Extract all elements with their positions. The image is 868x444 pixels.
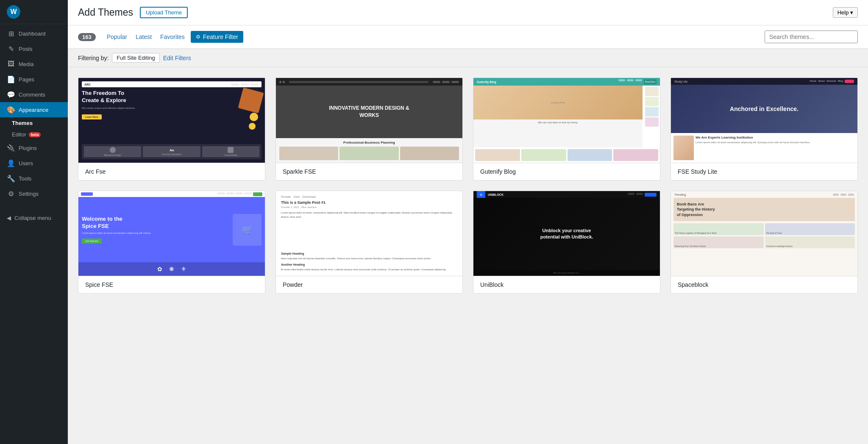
page-title: Add Themes [78, 7, 133, 18]
feature-filter-button[interactable]: ⚙ Feature Filter [191, 31, 243, 43]
theme-preview-sparkle-fse: INNOVATIVE MODERN DESIGN &WORKS Professi… [276, 78, 462, 163]
theme-name: FSE Study Lite [671, 163, 857, 180]
main-content: Add Themes Upload Theme Help ▾ 163 Popul… [68, 0, 868, 444]
editor-label: Editor [12, 131, 26, 138]
sidebar-item-media[interactable]: 🖼 Media [0, 56, 68, 72]
sidebar-nav: ⊞ Dashboard ✎ Posts 🖼 Media 📄 Pages 💬 Co… [0, 24, 68, 203]
spice-icon-3: ⚜ [181, 266, 186, 272]
theme-preview-fse-study-lite: Study Lite Home About Services Blog Anch… [671, 78, 857, 163]
theme-card-powder[interactable]: Female View Download This is a Sample Po… [275, 191, 463, 294]
dashboard-icon: ⊞ [7, 29, 15, 38]
sidebar-item-users[interactable]: 👤 Users [0, 155, 68, 171]
app-layout: W ⊞ Dashboard ✎ Posts 🖼 Media 📄 Pages 💬 [0, 0, 868, 444]
sidebar-item-posts[interactable]: ✎ Posts [0, 41, 68, 56]
sidebar-item-settings[interactable]: ⚙ Settings [0, 186, 68, 201]
sidebar-item-label: Dashboard [19, 31, 46, 37]
sidebar-item-label: Users [19, 160, 33, 166]
sidebar-item-label: Media [19, 61, 33, 67]
sidebar-sub-themes[interactable]: Themes [0, 117, 68, 129]
search-themes-container [765, 31, 858, 43]
gear-icon: ⚙ [196, 34, 200, 40]
sidebar-item-label: Comments [19, 92, 45, 98]
theme-name: Gutenify Blog [473, 163, 660, 180]
theme-preview-spaceblock: Trending Book Bans AreTargeting the Hist… [671, 191, 857, 276]
theme-card-arc-fse[interactable]: ARC The Freedom ToCreate & Explore We cr… [78, 78, 265, 180]
theme-preview-spice-fse: Welcome to theSpice FSE Lorem ipsum dolo… [78, 191, 265, 276]
theme-name: Spice FSE [78, 276, 265, 293]
sidebar-logo: W [0, 0, 68, 24]
theme-name: Powder [276, 276, 462, 293]
sidebar-item-pages[interactable]: 📄 Pages [0, 72, 68, 87]
sidebar-item-tools[interactable]: 🔧 Tools [0, 171, 68, 186]
pages-icon: 📄 [7, 75, 15, 83]
users-icon: 👤 [7, 159, 15, 167]
comments-icon: 💬 [7, 90, 15, 99]
filter-bar: 163 Popular Latest Favorites ⚙ Feature F… [68, 25, 868, 49]
collapse-menu[interactable]: ◀ Collapse menu [0, 211, 68, 225]
sidebar: W ⊞ Dashboard ✎ Posts 🖼 Media 📄 Pages 💬 [0, 0, 68, 444]
sidebar-item-label: Plugins [19, 145, 37, 151]
theme-preview-arc-fse: ARC The Freedom ToCreate & Explore We cr… [78, 78, 265, 163]
sidebar-item-label: Appearance [19, 107, 48, 113]
theme-name: Spaceblock [671, 276, 857, 293]
sidebar-item-label: Settings [19, 191, 39, 197]
theme-preview-powder: Female View Download This is a Sample Po… [276, 191, 462, 276]
appearance-icon: 🎨 [7, 105, 15, 114]
theme-count-badge: 163 [78, 33, 96, 41]
themes-label: Themes [12, 120, 33, 126]
spice-icon-2: ❋ [169, 266, 174, 272]
theme-preview-gutenify-blog: Gutenify Blog Read More [473, 78, 660, 163]
theme-card-fse-study-lite[interactable]: Study Lite Home About Services Blog Anch… [670, 78, 858, 180]
sidebar-item-appearance[interactable]: 🎨 Appearance [0, 102, 68, 117]
tools-icon: 🔧 [7, 174, 15, 183]
theme-card-spaceblock[interactable]: Trending Book Bans AreTargeting the Hist… [670, 191, 858, 294]
sidebar-sub-editor[interactable]: Editor beta [0, 129, 68, 140]
settings-icon: ⚙ [7, 189, 15, 198]
theme-card-gutenify-blog[interactable]: Gutenify Blog Read More [473, 78, 660, 180]
sidebar-item-label: Pages [19, 76, 34, 83]
filter-popular[interactable]: Popular [103, 31, 131, 43]
theme-preview-uniblock: U UNIBLOCK Unblock your creativep [473, 191, 660, 276]
filter-tag: Full Site Editing [112, 53, 159, 63]
sidebar-item-dashboard[interactable]: ⊞ Dashboard [0, 26, 68, 41]
media-icon: 🖼 [7, 60, 15, 68]
collapse-label: Collapse menu [14, 215, 51, 221]
collapse-icon: ◀ [7, 215, 11, 221]
theme-card-uniblock[interactable]: U UNIBLOCK Unblock your creativep [473, 191, 660, 294]
posts-icon: ✎ [7, 44, 15, 53]
filter-latest[interactable]: Latest [131, 31, 156, 43]
theme-card-sparkle-fse[interactable]: INNOVATIVE MODERN DESIGN &WORKS Professi… [275, 78, 463, 180]
search-themes-input[interactable] [765, 31, 858, 43]
page-header: Add Themes Upload Theme Help ▾ [68, 0, 868, 25]
sidebar-item-label: Tools [19, 175, 31, 182]
plugins-icon: 🔌 [7, 144, 15, 152]
beta-badge: beta [29, 132, 41, 137]
theme-name: Sparkle FSE [276, 163, 462, 180]
theme-name: UniBlock [473, 276, 660, 293]
sidebar-item-plugins[interactable]: 🔌 Plugins [0, 140, 68, 155]
upload-theme-button[interactable]: Upload Theme [140, 7, 188, 18]
sidebar-item-label: Posts [19, 46, 33, 52]
sidebar-item-comments[interactable]: 💬 Comments [0, 87, 68, 102]
edit-filters-link[interactable]: Edit Filters [163, 55, 191, 61]
theme-card-spice-fse[interactable]: Welcome to theSpice FSE Lorem ipsum dolo… [78, 191, 265, 294]
header-left: Add Themes Upload Theme [78, 7, 188, 18]
spice-icon-1: ✿ [157, 266, 162, 272]
filtering-label: Filtering by: [78, 55, 108, 61]
theme-grid: ARC The Freedom ToCreate & Explore We cr… [68, 67, 868, 304]
theme-name: Arc Fse [78, 163, 265, 180]
wordpress-icon: W [7, 5, 20, 19]
filter-favorites[interactable]: Favorites [156, 31, 189, 43]
filtering-by-bar: Filtering by: Full Site Editing Edit Fil… [68, 49, 868, 67]
help-button[interactable]: Help ▾ [833, 7, 858, 18]
